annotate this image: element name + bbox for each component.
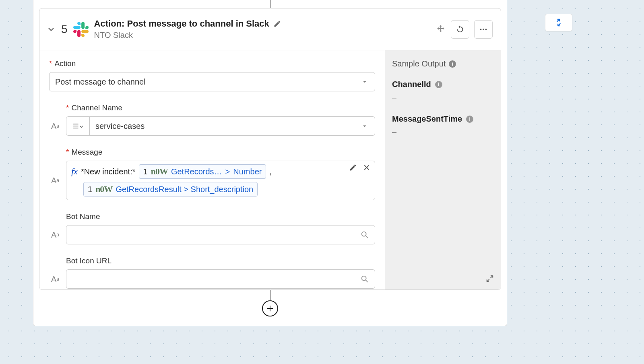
info-icon[interactable]: i xyxy=(466,116,473,123)
now-logo-icon: n0W xyxy=(95,184,112,194)
expand-panel-icon[interactable] xyxy=(485,274,494,283)
header-titles: Action: Post message to channel in Slack… xyxy=(94,19,430,40)
message-tools xyxy=(349,163,371,172)
svg-point-0 xyxy=(480,29,482,30)
card-title: Action: Post message to channel in Slack xyxy=(94,19,269,29)
info-icon[interactable]: i xyxy=(435,81,442,88)
output-channelid-label: ChannelId i xyxy=(392,80,493,89)
action-card: 5 Action: Post message to channel in Sla… xyxy=(39,8,501,290)
action-label-text: Action xyxy=(54,59,76,68)
caret-down-icon xyxy=(361,122,368,130)
search-icon[interactable] xyxy=(360,230,369,239)
action-select-value: Post message to channel xyxy=(55,77,146,87)
action-label: * Action xyxy=(49,59,375,68)
message-prefix: *New incident:* xyxy=(81,167,136,176)
text-format-icon[interactable]: Aa xyxy=(49,122,61,131)
step-number: 5 xyxy=(61,23,68,36)
required-marker: * xyxy=(66,103,69,112)
form-area: * Action Post message to channel * Chann… xyxy=(39,50,385,290)
boticon-input[interactable] xyxy=(66,269,375,289)
output-channelid-value: – xyxy=(392,93,493,102)
svg-point-1 xyxy=(483,29,484,30)
svg-point-3 xyxy=(362,232,366,236)
move-icon[interactable] xyxy=(436,24,446,35)
svg-point-4 xyxy=(362,276,366,281)
message-label-text: Message xyxy=(71,148,102,157)
output-msgtime-value: – xyxy=(392,128,493,137)
sample-output-heading: Sample Output i xyxy=(392,59,493,68)
add-step-button[interactable] xyxy=(262,300,278,316)
slack-icon xyxy=(73,22,89,37)
edit-title-icon[interactable] xyxy=(273,20,281,28)
edit-formula-icon[interactable] xyxy=(349,163,357,172)
now-logo-icon: n0W xyxy=(151,166,168,177)
collapse-sidebar-button[interactable] xyxy=(545,14,572,31)
required-marker: * xyxy=(49,59,52,68)
fx-icon: fx xyxy=(71,166,78,177)
message-label: * Message xyxy=(66,148,375,157)
info-icon[interactable]: i xyxy=(449,60,456,68)
channel-list-toggle[interactable] xyxy=(66,117,90,135)
search-icon[interactable] xyxy=(360,275,369,283)
more-button[interactable] xyxy=(474,20,493,39)
sample-output-panel: Sample Output i ChannelId i – MessageSen… xyxy=(385,50,501,290)
formula-pill-description[interactable]: 1 n0W GetRecordsResult > Short_descripti… xyxy=(83,182,258,196)
header-actions xyxy=(436,20,493,39)
channel-input[interactable]: service-cases xyxy=(66,116,375,136)
message-input[interactable]: fx *New incident:* 1 n0W GetRecords… > N… xyxy=(66,161,375,200)
formula-pill-number[interactable]: 1 n0W GetRecords… > Number xyxy=(139,164,266,179)
card-body: * Action Post message to channel * Chann… xyxy=(39,50,501,290)
svg-point-2 xyxy=(485,29,487,30)
botname-label: Bot Name xyxy=(66,212,375,221)
channel-value: service-cases xyxy=(95,122,144,131)
channel-label-text: Channel Name xyxy=(71,103,122,112)
message-comma: , xyxy=(269,167,272,176)
caret-down-icon xyxy=(361,78,368,85)
action-select[interactable]: Post message to channel xyxy=(49,72,375,91)
output-msgtime-label: MessageSentTime i xyxy=(392,114,493,124)
boticon-label: Bot Icon URL xyxy=(66,256,375,265)
connector-line-bottom xyxy=(270,290,271,300)
refresh-button[interactable] xyxy=(451,20,469,39)
text-format-icon[interactable]: Aa xyxy=(49,275,61,284)
botname-input[interactable] xyxy=(66,225,375,244)
card-header: 5 Action: Post message to channel in Sla… xyxy=(39,8,501,50)
text-format-icon[interactable]: Aa xyxy=(49,230,61,240)
required-marker: * xyxy=(66,148,69,157)
channel-label: * Channel Name xyxy=(66,103,375,112)
connector-line-top xyxy=(270,0,271,8)
card-subtitle: NTO Slack xyxy=(94,31,430,40)
clear-formula-icon[interactable] xyxy=(363,163,371,172)
text-format-icon[interactable]: Aa xyxy=(49,176,61,185)
collapse-chevron-icon[interactable] xyxy=(47,25,56,34)
